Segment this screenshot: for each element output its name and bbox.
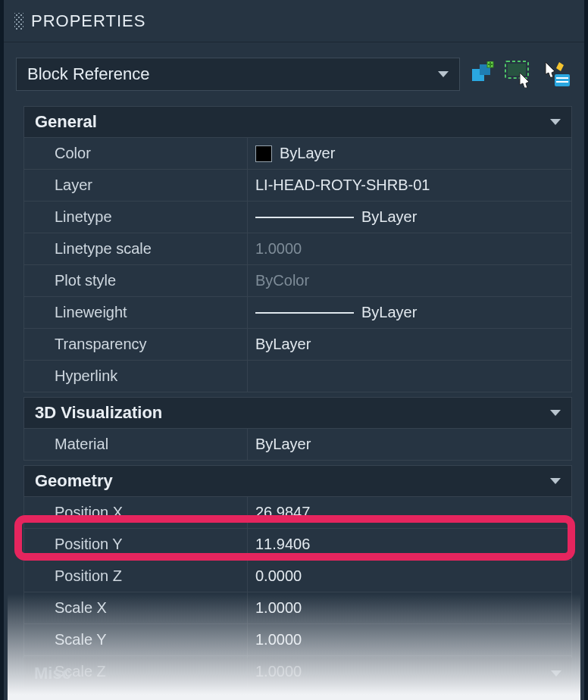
chevron-down-icon [550, 410, 561, 416]
toolbar-icons [468, 58, 572, 90]
value-scale-x[interactable]: 1.0000 [248, 592, 571, 623]
label-layer: Layer [24, 170, 248, 201]
section-header-visualization[interactable]: 3D Visualization [23, 397, 572, 429]
label-position-z: Position Z [24, 561, 248, 592]
line-sample-icon [255, 312, 354, 314]
row-hyperlink[interactable]: Hyperlink [24, 361, 571, 392]
label-linetype-scale: Linetype scale [24, 233, 248, 264]
value-scale-y[interactable]: 1.0000 [248, 624, 571, 655]
label-color: Color [24, 138, 248, 169]
row-scale-x[interactable]: Scale X 1.0000 [24, 592, 571, 624]
value-material[interactable]: ByLayer [248, 429, 571, 460]
selector-row: Block Reference [4, 42, 584, 102]
section-title: Geometry [35, 471, 113, 491]
label-position-x: Position X [24, 497, 248, 528]
section-title: General [35, 112, 97, 132]
object-type-value: Block Reference [27, 64, 149, 84]
label-scale-y: Scale Y [24, 624, 248, 655]
panel-titlebar: PROPERTIES [4, 0, 584, 42]
row-plot-style[interactable]: Plot style ByColor [24, 265, 571, 297]
row-position-y[interactable]: Position Y 11.9406 [24, 529, 571, 561]
section-title: 3D Visualization [35, 403, 162, 423]
label-linetype: Linetype [24, 202, 248, 233]
value-linetype-scale[interactable]: 1.0000 [248, 233, 571, 264]
section-general-rows: Color ByLayer Layer LI-HEAD-ROTY-SHRB-01… [23, 138, 572, 392]
chevron-down-icon [550, 478, 561, 484]
row-position-x[interactable]: Position X 26.9847 [24, 497, 571, 529]
label-scale-z: Scale Z [24, 656, 248, 687]
value-position-x[interactable]: 26.9847 [248, 497, 571, 528]
value-linetype[interactable]: ByLayer [248, 202, 571, 233]
label-hyperlink: Hyperlink [24, 361, 248, 392]
row-lineweight[interactable]: Lineweight ByLayer [24, 297, 571, 329]
section-header-general[interactable]: General [23, 106, 572, 138]
quick-properties-icon[interactable] [540, 58, 572, 90]
label-scale-x: Scale X [24, 592, 248, 623]
label-material: Material [24, 429, 248, 460]
row-linetype[interactable]: Linetype ByLayer [24, 202, 571, 233]
value-lineweight[interactable]: ByLayer [248, 297, 571, 328]
row-scale-z[interactable]: Scale Z 1.0000 [24, 656, 571, 688]
section-visualization-rows: Material ByLayer [23, 429, 572, 461]
row-transparency[interactable]: Transparency ByLayer [24, 329, 571, 361]
value-layer[interactable]: LI-HEAD-ROTY-SHRB-01 [248, 170, 571, 201]
chevron-down-icon [438, 71, 449, 77]
label-transparency: Transparency [24, 329, 248, 360]
drag-grip-icon[interactable] [14, 13, 23, 30]
toggle-pim-icon[interactable] [468, 58, 499, 90]
value-plot-style[interactable]: ByColor [248, 265, 571, 296]
section-header-geometry[interactable]: Geometry [23, 465, 572, 497]
svg-rect-6 [508, 64, 526, 76]
row-color[interactable]: Color ByLayer [24, 138, 571, 170]
row-position-z[interactable]: Position Z 0.0000 [24, 561, 571, 592]
line-sample-icon [255, 217, 354, 218]
label-plot-style: Plot style [24, 265, 248, 296]
value-position-z[interactable]: 0.0000 [248, 561, 571, 592]
value-color[interactable]: ByLayer [248, 138, 571, 169]
section-geometry-rows: Position X 26.9847 Position Y 11.9406 Po… [23, 497, 572, 688]
label-lineweight: Lineweight [24, 297, 248, 328]
row-scale-y[interactable]: Scale Y 1.0000 [24, 624, 571, 656]
label-position-y: Position Y [24, 529, 248, 560]
value-hyperlink[interactable] [248, 361, 571, 392]
color-swatch-icon [255, 145, 272, 162]
value-position-y[interactable]: 11.9406 [248, 529, 571, 560]
row-linetype-scale[interactable]: Linetype scale 1.0000 [24, 233, 571, 265]
row-material[interactable]: Material ByLayer [24, 429, 571, 461]
quick-select-icon[interactable] [504, 58, 536, 90]
panel-title: PROPERTIES [31, 11, 145, 31]
object-type-dropdown[interactable]: Block Reference [16, 58, 460, 91]
chevron-down-icon [550, 119, 561, 125]
properties-panel: PROPERTIES Block Reference [0, 0, 588, 700]
svg-rect-7 [555, 74, 570, 86]
row-layer[interactable]: Layer LI-HEAD-ROTY-SHRB-01 [24, 170, 571, 202]
value-scale-z[interactable]: 1.0000 [248, 656, 571, 687]
value-transparency[interactable]: ByLayer [248, 329, 571, 360]
